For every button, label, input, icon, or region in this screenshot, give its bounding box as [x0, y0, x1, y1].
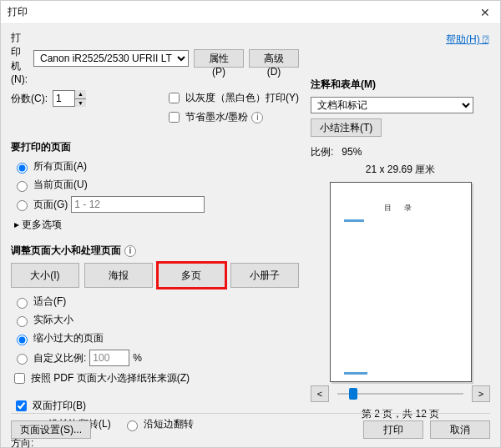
ratio-value: 95% — [342, 146, 362, 158]
copies-spinner[interactable]: ▲▼ — [74, 90, 86, 107]
titlebar: 打印 ✕ — [1, 1, 500, 24]
pages-group: 要打印的页面 所有页面(A) 当前页面(U) 页面(G) ▸ 更多选项 — [11, 137, 299, 232]
page-range-label: 页面(G) — [33, 198, 68, 212]
help-link[interactable]: 帮助(H) ⍰ — [446, 33, 488, 47]
dialog-footer: 页面设置(S)... 打印 取消 — [11, 413, 490, 439]
comments-select[interactable]: 文档和标记 — [311, 97, 473, 113]
tab-booklet[interactable]: 小册子 — [230, 263, 299, 288]
shrink-radio[interactable] — [17, 335, 28, 345]
preview-doc-header: 目 录 — [384, 203, 417, 214]
preview-dimensions: 21 x 29.69 厘米 — [311, 163, 490, 177]
grayscale-checkbox[interactable] — [169, 93, 180, 103]
printer-select[interactable]: Canon iR2525/2530 UFRII LT — [33, 50, 189, 67]
cancel-button[interactable]: 取消 — [430, 420, 490, 439]
custom-scale-radio[interactable] — [17, 354, 28, 365]
actual-radio[interactable] — [17, 316, 28, 327]
all-pages-radio[interactable] — [17, 163, 28, 174]
printer-label: 打印机(N): — [11, 31, 28, 85]
duplex-label: 双面打印(B) — [33, 399, 86, 413]
current-page-label: 当前页面(U) — [33, 178, 88, 192]
copies-label: 份数(C): — [11, 92, 48, 106]
window-title: 打印 — [8, 5, 477, 19]
fit-label: 适合(F) — [33, 294, 66, 309]
ratio-label: 比例: — [311, 146, 333, 158]
page-slider[interactable] — [334, 385, 467, 402]
custom-scale-input[interactable] — [89, 350, 129, 366]
comments-title: 注释和表单(M) — [311, 78, 490, 92]
grayscale-label: 以灰度（黑白色）打印(Y) — [185, 91, 299, 105]
custom-scale-label: 自定义比例: — [33, 351, 86, 365]
more-options-toggle[interactable]: ▸ 更多选项 — [14, 218, 299, 232]
chevron-right-icon: ▸ — [14, 219, 19, 230]
percent-unit: % — [133, 352, 142, 364]
print-preview: 目 录 — [330, 182, 472, 382]
all-pages-label: 所有页面(A) — [33, 159, 87, 174]
page-setup-button[interactable]: 页面设置(S)... — [11, 420, 91, 439]
preview-decor — [344, 372, 367, 375]
preview-decor — [344, 219, 364, 222]
next-page-button[interactable]: > — [472, 385, 490, 402]
save-ink-label: 节省墨水/墨粉 — [185, 110, 248, 124]
properties-button[interactable]: 属性(P) — [194, 49, 244, 68]
info-icon[interactable]: i — [124, 245, 136, 257]
save-ink-checkbox[interactable] — [169, 112, 180, 123]
prev-page-button[interactable]: < — [311, 385, 329, 402]
tab-size[interactable]: 大小(I) — [11, 263, 79, 288]
pdf-paper-source-label: 按照 PDF 页面大小选择纸张来源(Z) — [31, 371, 190, 385]
page-range-input[interactable] — [71, 196, 205, 213]
info-icon[interactable]: i — [251, 112, 263, 123]
slider-thumb[interactable] — [349, 388, 357, 400]
sizing-group: 调整页面大小和处理页面 i 大小(I) 海报 多页 小册子 适合(F) 实际大小 — [11, 240, 299, 386]
shrink-label: 缩小过大的页面 — [33, 331, 104, 345]
print-button[interactable]: 打印 — [363, 420, 423, 439]
tab-multi[interactable]: 多页 — [158, 263, 226, 288]
page-range-radio[interactable] — [17, 200, 28, 211]
fit-radio[interactable] — [17, 298, 28, 309]
close-icon[interactable]: ✕ — [477, 6, 493, 19]
help-icon: ⍰ — [483, 33, 488, 45]
tab-poster[interactable]: 海报 — [84, 263, 153, 288]
pdf-paper-source-checkbox[interactable] — [14, 373, 25, 384]
current-page-radio[interactable] — [17, 181, 28, 192]
pages-group-title: 要打印的页面 — [11, 140, 299, 154]
summarize-comments-button[interactable]: 小结注释(T) — [311, 118, 382, 137]
actual-label: 实际大小 — [33, 313, 73, 327]
advanced-button[interactable]: 高级(D) — [249, 49, 299, 68]
duplex-checkbox[interactable] — [16, 400, 27, 411]
print-dialog: 打印 ✕ 帮助(H) ⍰ 打印机(N): Canon iR2525/2530 U… — [0, 0, 501, 448]
sizing-group-title: 调整页面大小和处理页面 — [11, 244, 121, 258]
